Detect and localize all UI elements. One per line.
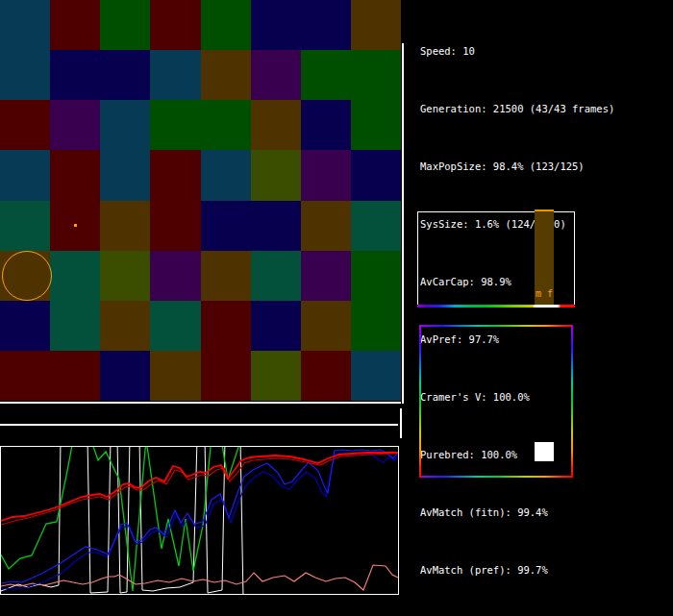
sex-ratio-label: m f bbox=[535, 288, 554, 300]
grid-cell bbox=[50, 0, 100, 50]
hue-border-bottom bbox=[419, 476, 573, 478]
grid-cell bbox=[351, 100, 401, 150]
grid-cell bbox=[201, 351, 251, 401]
grid-cell bbox=[251, 0, 301, 50]
stat-line-maxpopsize: MaxPopSize: 98.4% (123/125) bbox=[420, 157, 614, 176]
grid-cell bbox=[301, 351, 351, 401]
grid-cell bbox=[50, 50, 100, 100]
stat-line-avmatch-fitn: AvMatch (fitn): 99.4% bbox=[420, 503, 614, 522]
grid-cell bbox=[201, 150, 251, 200]
grid-cell bbox=[100, 0, 150, 50]
white-offscale-line bbox=[1, 447, 398, 594]
grid-cell bbox=[0, 0, 50, 50]
stat-line-speed: Speed: 10 bbox=[420, 41, 614, 61]
grid-cell bbox=[150, 301, 200, 351]
stat-line-generation: Generation: 21500 (43/43 frames) bbox=[420, 99, 614, 118]
grid-cell bbox=[0, 150, 50, 200]
grid-cell bbox=[150, 50, 200, 100]
simulation-window: Speed: 10 Generation: 21500 (43/43 frame… bbox=[0, 0, 673, 616]
grid-cell bbox=[201, 50, 251, 100]
grid-cell bbox=[150, 150, 200, 200]
grid-cell bbox=[100, 251, 150, 301]
highlight-dot-marker bbox=[74, 224, 77, 227]
generation-chart bbox=[0, 446, 399, 595]
hue-border-left bbox=[419, 325, 421, 478]
grid-cell bbox=[50, 100, 100, 150]
grid-cell bbox=[150, 351, 200, 401]
grid-cell bbox=[351, 201, 401, 251]
grid-cell bbox=[201, 201, 251, 251]
population-square-marker bbox=[535, 442, 554, 461]
grid-cell bbox=[251, 201, 301, 251]
grid-cell bbox=[100, 201, 150, 251]
grid-cell bbox=[0, 100, 50, 150]
timeline-track[interactable] bbox=[0, 424, 398, 426]
grid-cell bbox=[301, 100, 351, 150]
hue-map-panel bbox=[419, 325, 573, 478]
stat-line-avmatch-pref: AvMatch (pref): 99.7% bbox=[420, 560, 614, 579]
grid-cell bbox=[0, 50, 50, 100]
grid-cell bbox=[251, 50, 301, 100]
hue-border-top bbox=[419, 325, 573, 327]
grid-cell bbox=[150, 201, 200, 251]
grid-cell bbox=[150, 251, 200, 301]
grid-cell bbox=[251, 251, 301, 301]
grid-cell bbox=[251, 301, 301, 351]
grid-cell bbox=[150, 100, 200, 150]
grid-cell bbox=[301, 50, 351, 100]
grid-cell bbox=[100, 50, 150, 100]
selection-circle-marker bbox=[2, 251, 52, 301]
grid-cell bbox=[351, 251, 401, 301]
grid-cell bbox=[251, 150, 301, 200]
grid-cell bbox=[201, 251, 251, 301]
grid-cell bbox=[50, 301, 100, 351]
hue-border-right bbox=[571, 325, 573, 478]
grid-cell bbox=[201, 0, 251, 50]
grid-cell bbox=[251, 100, 301, 150]
grid-cell bbox=[50, 251, 100, 301]
sex-ratio-panel: m f bbox=[417, 209, 575, 308]
grid-cell bbox=[301, 301, 351, 351]
grid-cell bbox=[100, 301, 150, 351]
grid-cell bbox=[301, 201, 351, 251]
grid-cell bbox=[0, 201, 50, 251]
pink-line bbox=[1, 565, 398, 590]
grid-cell bbox=[301, 0, 351, 50]
grid-cell bbox=[351, 150, 401, 200]
grid-cell bbox=[0, 301, 50, 351]
grid-cell bbox=[301, 251, 351, 301]
population-grid[interactable] bbox=[0, 0, 401, 401]
grid-right-border bbox=[402, 43, 404, 404]
grid-cell bbox=[351, 351, 401, 401]
grid-cell bbox=[0, 351, 50, 401]
grid-cell bbox=[201, 100, 251, 150]
grid-cell bbox=[100, 100, 150, 150]
grid-cell bbox=[201, 301, 251, 351]
grid-bottom-border bbox=[0, 402, 401, 404]
grid-cell bbox=[351, 0, 401, 50]
timeline-handle[interactable] bbox=[400, 408, 402, 438]
stats-panel: Speed: 10 Generation: 21500 (43/43 frame… bbox=[420, 3, 614, 616]
grid-cell bbox=[100, 150, 150, 200]
grid-cell bbox=[150, 0, 200, 50]
grid-cell bbox=[351, 301, 401, 351]
chart-canvas bbox=[1, 447, 398, 594]
grid-cell bbox=[50, 351, 100, 401]
grid-cell bbox=[251, 351, 301, 401]
grid-cell bbox=[50, 150, 100, 200]
grid-cell bbox=[301, 150, 351, 200]
grid-cell bbox=[100, 351, 150, 401]
sex-axis-gradient bbox=[417, 305, 575, 308]
grid-cell bbox=[351, 50, 401, 100]
